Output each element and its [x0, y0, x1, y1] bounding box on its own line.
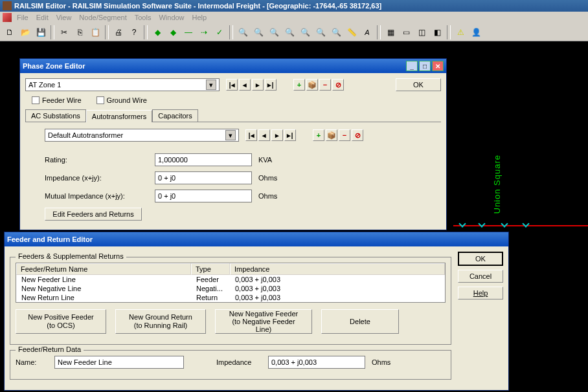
track-line — [453, 225, 588, 226]
last-icon[interactable]: ▸| — [265, 79, 277, 91]
phase-zone-titlebar[interactable]: Phase Zone Editor _ □ ✕ — [20, 59, 446, 73]
person-icon[interactable]: 👤 — [469, 25, 483, 39]
segment-icon2[interactable]: ⇢ — [197, 25, 211, 39]
zoom-icon3[interactable]: 🔍 — [313, 25, 328, 39]
zoom-icon2[interactable]: 🔍 — [298, 25, 312, 39]
mutual-impedance-input[interactable]: 0 + j0 — [155, 190, 252, 202]
menu-window[interactable]: Window — [159, 14, 184, 21]
new-ground-return-button[interactable]: New Ground Return (to Running Rail) — [115, 309, 206, 334]
menu-view[interactable]: View — [56, 14, 72, 21]
edit-feeders-button[interactable]: Edit Feeders and Returns — [45, 208, 142, 221]
impedance-unit: Ohms — [372, 358, 390, 366]
tab-capacitors[interactable]: Capacitors — [152, 109, 198, 122]
impedance-input[interactable]: 0 + j0 — [155, 171, 252, 184]
first-icon[interactable]: |◂ — [226, 79, 238, 91]
cancel-button[interactable]: Cancel — [458, 270, 503, 283]
copy-icon[interactable]: ⎘ — [73, 25, 87, 39]
feeders-table: Feeder/Return Name Type Impedance New Fe… — [16, 263, 446, 303]
new-icon[interactable]: 🗋 — [3, 25, 17, 39]
prev-icon[interactable]: ◂ — [258, 129, 270, 141]
rating-input[interactable]: 1,000000 — [155, 153, 252, 166]
prev-icon[interactable]: ◂ — [239, 79, 251, 91]
grid-icon[interactable]: ▦ — [383, 25, 398, 39]
ok-icon[interactable]: ✓ — [212, 25, 227, 39]
table-row[interactable]: New Feeder Line Feeder 0,003 + j0,003 — [16, 275, 445, 284]
feeder-data-group: Feeder/Return Data Name: New Feeder Line… — [10, 350, 451, 380]
print-icon[interactable]: 🖨 — [111, 25, 126, 39]
feeder-titlebar[interactable]: Feeder and Return Editor — [5, 232, 508, 246]
package-icon[interactable]: 📦 — [306, 79, 318, 91]
node-add-icon[interactable]: ◆ — [150, 25, 164, 39]
ruler-icon[interactable]: 📏 — [345, 25, 359, 39]
menu-node[interactable]: Node/Segment — [79, 14, 126, 21]
zoom-in-icon[interactable]: 🔍 — [236, 25, 250, 39]
chevron-down-icon[interactable]: ▾ — [225, 130, 236, 140]
node-edit-icon[interactable]: ◆ — [166, 25, 180, 39]
font-icon[interactable]: A — [360, 25, 374, 39]
zone-select-value: AT Zone 1 — [28, 81, 61, 89]
rect-icon[interactable]: ▭ — [399, 25, 413, 39]
remove-icon[interactable]: − — [319, 79, 331, 91]
next-icon[interactable]: ▸ — [252, 79, 264, 91]
menu-file[interactable]: File — [17, 14, 28, 21]
minimize-button[interactable]: _ — [406, 61, 418, 71]
col-impedance[interactable]: Impedance — [230, 263, 445, 275]
save-icon[interactable]: 💾 — [34, 25, 48, 39]
zoom-icon[interactable]: 🔍 — [267, 25, 281, 39]
table-row[interactable]: New Return Line Return 0,003 + j0,003 — [16, 293, 445, 302]
remove-icon[interactable]: − — [339, 129, 350, 141]
menubar: File Edit View Node/Segment Tools Window… — [0, 12, 588, 23]
phase-zone-title: Phase Zone Editor — [23, 62, 85, 70]
chevron-down-icon[interactable]: ▾ — [206, 80, 216, 90]
warn-icon[interactable]: ⚠ — [453, 25, 468, 39]
maximize-button[interactable]: □ — [419, 61, 431, 71]
app-menu-icon — [3, 13, 12, 22]
new-negative-feeder-button[interactable]: New Negative Feeder (to Negative Feeder … — [215, 309, 312, 334]
feeder-title: Feeder and Return Editor — [7, 235, 93, 243]
station-label: Union Square — [492, 155, 502, 214]
ok-button[interactable]: OK — [458, 252, 503, 266]
next-icon[interactable]: ▸ — [271, 129, 283, 141]
zoom-out-icon[interactable]: 🔍 — [251, 25, 266, 39]
shape-icon[interactable]: ◫ — [414, 25, 429, 39]
close-button[interactable]: ✕ — [432, 61, 444, 71]
feeder-dialog: Feeder and Return Editor Feeders & Suppl… — [4, 232, 509, 391]
col-name[interactable]: Feeder/Return Name — [16, 263, 191, 275]
add-icon[interactable]: + — [293, 79, 305, 91]
tab-bar: AC Substations Autotransformers Capacito… — [25, 109, 441, 122]
zoom-fit-icon[interactable]: 🔍 — [282, 25, 297, 39]
menu-tools[interactable]: Tools — [135, 14, 152, 21]
feeder-wire-checkbox[interactable]: Feeder Wire — [32, 96, 82, 104]
segment-icon[interactable]: — — [181, 25, 196, 39]
delete-button[interactable]: Delete — [321, 309, 399, 334]
first-icon[interactable]: |◂ — [245, 129, 257, 141]
impedance-input[interactable]: 0,003 + j0,003 — [268, 356, 365, 369]
ok-button[interactable]: OK — [396, 78, 441, 91]
clear-icon[interactable]: ⊘ — [352, 129, 363, 141]
zone-select[interactable]: AT Zone 1 ▾ — [25, 78, 220, 91]
help-button[interactable]: Help — [458, 287, 503, 299]
paste-icon[interactable]: 📋 — [88, 25, 102, 39]
new-positive-feeder-button[interactable]: New Positive Feeder (to OCS) — [16, 309, 106, 334]
tab-ac-substations[interactable]: AC Substations — [25, 109, 86, 122]
phase-zone-dialog: Phase Zone Editor _ □ ✕ AT Zone 1 ▾ |◂ ◂… — [19, 58, 447, 230]
help-icon[interactable]: ? — [127, 25, 141, 39]
col-type[interactable]: Type — [191, 263, 230, 275]
zoom-icon4[interactable]: 🔍 — [329, 25, 343, 39]
table-row[interactable]: New Negative Line Negati... 0,003 + j0,0… — [16, 284, 445, 293]
name-input[interactable]: New Feeder Line — [54, 356, 184, 369]
last-icon[interactable]: ▸| — [284, 129, 296, 141]
tab-autotransformers[interactable]: Autotransformers — [86, 110, 152, 122]
add-icon[interactable]: + — [313, 129, 324, 141]
clear-icon[interactable]: ⊘ — [332, 79, 344, 91]
menu-help[interactable]: Help — [192, 14, 207, 21]
menu-edit[interactable]: Edit — [36, 14, 49, 21]
package-icon[interactable]: 📦 — [326, 129, 337, 141]
ground-wire-checkbox[interactable]: Ground Wire — [96, 96, 147, 104]
open-icon[interactable]: 📂 — [18, 25, 32, 39]
cut-icon[interactable]: ✂ — [57, 25, 71, 39]
autotransformer-select[interactable]: Default Autotransformer ▾ — [45, 129, 239, 142]
shape2-icon[interactable]: ◧ — [430, 25, 444, 39]
feeders-group: Feeders & Supplemental Returns Feeder/Re… — [10, 257, 451, 345]
rating-label: Rating: — [45, 156, 148, 164]
